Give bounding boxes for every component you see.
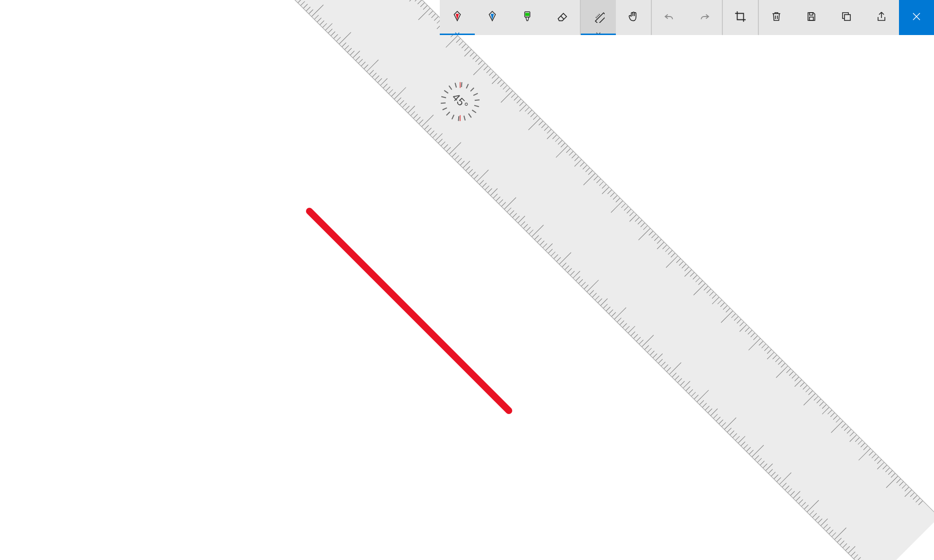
svg-line-9 bbox=[452, 115, 454, 119]
pencil-button[interactable] bbox=[475, 0, 510, 35]
chevron-down-icon bbox=[596, 28, 601, 31]
svg-rect-30 bbox=[809, 17, 813, 20]
close-icon bbox=[912, 12, 921, 23]
touch-writing-button[interactable] bbox=[616, 0, 651, 35]
svg-line-16 bbox=[455, 83, 457, 88]
crop-icon bbox=[734, 10, 747, 25]
copy-icon bbox=[841, 11, 852, 24]
svg-rect-29 bbox=[809, 13, 813, 15]
svg-rect-22 bbox=[525, 13, 530, 16]
ruler-icon bbox=[592, 10, 605, 25]
svg-line-28 bbox=[599, 14, 600, 15]
close-button[interactable] bbox=[899, 0, 934, 35]
copy-button[interactable] bbox=[829, 0, 864, 35]
eraser-button[interactable] bbox=[545, 0, 580, 35]
eraser-icon bbox=[556, 10, 569, 25]
delete-button[interactable] bbox=[759, 0, 794, 35]
svg-line-13 bbox=[441, 97, 446, 98]
svg-line-1 bbox=[470, 88, 474, 91]
svg-line-23 bbox=[561, 16, 564, 19]
svg-line-0 bbox=[309, 211, 509, 411]
svg-line-5 bbox=[472, 110, 476, 113]
svg-line-15 bbox=[449, 86, 452, 90]
drawing-canvas[interactable]: 45° bbox=[0, 0, 934, 560]
svg-line-11 bbox=[443, 108, 447, 110]
svg-line-2 bbox=[473, 93, 478, 95]
svg-line-10 bbox=[447, 112, 450, 115]
undo-button[interactable] bbox=[652, 0, 687, 35]
redo-button[interactable] bbox=[687, 0, 722, 35]
save-icon bbox=[806, 11, 817, 24]
highlighter-icon bbox=[521, 10, 534, 25]
crop-button[interactable] bbox=[723, 0, 758, 35]
share-button[interactable] bbox=[864, 0, 899, 35]
svg-line-26 bbox=[597, 16, 598, 17]
highlighter-button[interactable] bbox=[510, 0, 545, 35]
ballpoint-pen-icon bbox=[451, 10, 464, 25]
annotation-toolbar bbox=[440, 0, 934, 35]
chevron-down-icon bbox=[455, 28, 460, 31]
ruler-overlay[interactable]: 45° bbox=[428, 101, 908, 560]
undo-icon bbox=[663, 10, 676, 25]
svg-line-25 bbox=[596, 17, 597, 18]
svg-line-6 bbox=[468, 113, 471, 117]
svg-line-14 bbox=[444, 90, 448, 93]
svg-line-4 bbox=[474, 106, 479, 107]
save-button[interactable] bbox=[794, 0, 829, 35]
svg-line-12 bbox=[441, 103, 446, 103]
touch-hand-icon bbox=[627, 10, 640, 25]
svg-line-7 bbox=[464, 116, 466, 121]
ruler-button[interactable] bbox=[581, 0, 616, 35]
share-icon bbox=[876, 11, 887, 24]
redo-icon bbox=[698, 10, 711, 25]
ballpoint-pen-button[interactable] bbox=[440, 0, 475, 35]
svg-line-27 bbox=[598, 15, 599, 16]
pencil-icon bbox=[486, 10, 499, 25]
svg-rect-31 bbox=[844, 15, 850, 20]
svg-line-18 bbox=[467, 84, 468, 89]
trash-icon bbox=[771, 11, 782, 24]
svg-line-8 bbox=[458, 116, 459, 121]
svg-line-3 bbox=[475, 100, 480, 100]
svg-line-17 bbox=[462, 82, 462, 87]
